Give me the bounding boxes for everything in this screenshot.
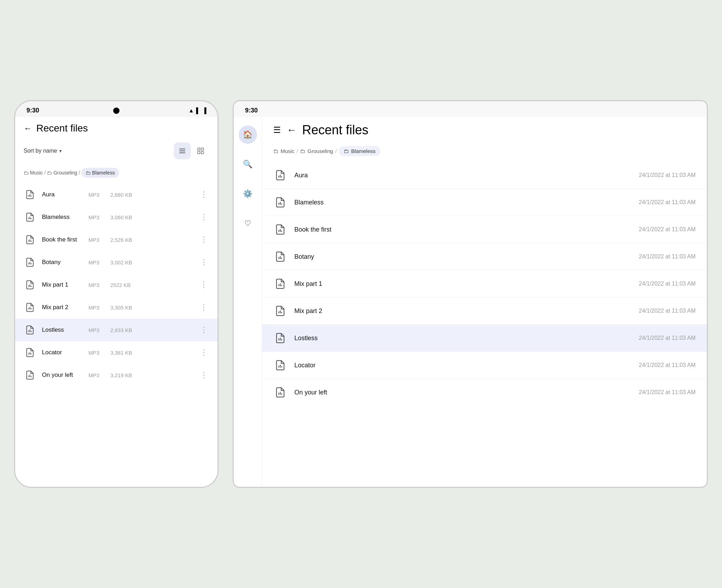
file-name: On your left bbox=[42, 372, 84, 379]
folder-icon: 🗀 bbox=[24, 170, 29, 176]
sidebar-item-settings[interactable]: ⚙️ bbox=[239, 185, 257, 203]
tablet-file-date: 24/1/2022 at 11:03 AM bbox=[639, 308, 696, 314]
tablet-file-item[interactable]: Mix part 2 24/1/2022 at 11:03 AM bbox=[262, 298, 707, 324]
tablet-time: 9:30 bbox=[245, 107, 258, 114]
file-more-button[interactable]: ⋮ bbox=[198, 347, 209, 359]
file-more-button[interactable]: ⋮ bbox=[198, 234, 209, 246]
tablet-file-icon bbox=[273, 331, 287, 345]
tablet-file-icon bbox=[273, 277, 287, 291]
tablet-file-item[interactable]: On your left 24/1/2022 at 11:03 AM bbox=[262, 379, 707, 406]
tablet-file-date: 24/1/2022 at 11:03 AM bbox=[639, 389, 696, 396]
sort-button[interactable]: Sort by name ▾ bbox=[24, 148, 62, 154]
breadcrumb-music[interactable]: 🗀 Music bbox=[24, 170, 43, 176]
file-info: Blameless MP3 3,060 KB bbox=[42, 214, 193, 221]
tablet-main: ☰ ← Recent files 🗀 Music / 🗀 Grouseling … bbox=[262, 117, 707, 487]
file-info: Mix part 1 MP3 2522 KB bbox=[42, 281, 193, 288]
tablet-breadcrumb-music[interactable]: 🗀 Music bbox=[273, 148, 294, 154]
grid-view-button[interactable] bbox=[192, 142, 209, 159]
tablet-file-item[interactable]: Botany 24/1/2022 at 11:03 AM bbox=[262, 243, 707, 270]
phone-toolbar: Sort by name ▾ bbox=[15, 140, 218, 165]
tablet-file-icon bbox=[273, 168, 287, 182]
breadcrumb-grouseling[interactable]: 🗀 Grouseling bbox=[47, 170, 77, 176]
tablet-file-date: 24/1/2022 at 11:03 AM bbox=[639, 362, 696, 368]
menu-button[interactable]: ☰ bbox=[273, 125, 281, 135]
tablet-body: 🏠🔍⚙️♡ ☰ ← Recent files 🗀 Music / 🗀 Grous… bbox=[234, 117, 707, 487]
file-more-button[interactable]: ⋮ bbox=[198, 189, 209, 201]
tablet-breadcrumb-grouseling[interactable]: 🗀 Grouseling bbox=[300, 148, 333, 154]
phone-file-item[interactable]: Mix part 2 MP3 3,305 KB ⋮ bbox=[15, 296, 218, 319]
tablet-breadcrumb-sep-2: / bbox=[335, 148, 337, 154]
breadcrumb-blameless-label: Blameless bbox=[92, 170, 115, 176]
file-more-button[interactable]: ⋮ bbox=[198, 211, 209, 223]
file-size: 3,381 KB bbox=[110, 350, 132, 356]
tablet-file-icon bbox=[273, 195, 287, 209]
phone-file-list: Aura MP3 2,680 KB ⋮ Blameless MP3 3,060 … bbox=[15, 183, 218, 386]
tablet-breadcrumb-blameless-label: Blameless bbox=[351, 148, 375, 154]
file-more-button[interactable]: ⋮ bbox=[198, 301, 209, 313]
tablet-file-date: 24/1/2022 at 11:03 AM bbox=[639, 172, 696, 178]
file-icon bbox=[24, 324, 36, 336]
list-view-button[interactable] bbox=[174, 142, 191, 159]
file-info: Book the first MP3 2,526 KB bbox=[42, 236, 193, 243]
phone-file-item[interactable]: Blameless MP3 3,060 KB ⋮ bbox=[15, 206, 218, 228]
phone-file-item[interactable]: On your left MP3 3,219 KB ⋮ bbox=[15, 364, 218, 386]
tablet-file-date: 24/1/2022 at 11:03 AM bbox=[639, 199, 696, 206]
tablet-file-item[interactable]: Lostless 24/1/2022 at 11:03 AM bbox=[262, 325, 707, 351]
phone-file-item[interactable]: Mix part 1 MP3 2522 KB ⋮ bbox=[15, 274, 218, 296]
tablet-header: ☰ ← Recent files bbox=[262, 117, 707, 143]
file-size: 2,680 KB bbox=[110, 192, 132, 198]
tablet-file-icon bbox=[273, 304, 287, 318]
sidebar-item-favorites[interactable]: ♡ bbox=[239, 214, 257, 233]
svg-rect-3 bbox=[198, 148, 200, 150]
tablet-breadcrumb-blameless[interactable]: 🗀 Blameless bbox=[339, 146, 380, 156]
back-button[interactable]: ← bbox=[24, 123, 32, 133]
tablet-folder-icon-3: 🗀 bbox=[344, 148, 349, 154]
tablet-file-item[interactable]: Mix part 1 24/1/2022 at 11:03 AM bbox=[262, 270, 707, 297]
tablet-back-button[interactable]: ← bbox=[287, 124, 296, 136]
tablet-file-icon bbox=[273, 385, 287, 399]
status-icons: ▲ ▌ ▐ bbox=[188, 108, 206, 114]
phone-file-item[interactable]: Locator MP3 3,381 KB ⋮ bbox=[15, 341, 218, 364]
file-name: Aura bbox=[42, 191, 84, 198]
tablet-file-item[interactable]: Blameless 24/1/2022 at 11:03 AM bbox=[262, 189, 707, 216]
view-toggle bbox=[174, 142, 209, 159]
phone-header: ← Recent files bbox=[15, 117, 218, 140]
tablet-file-date: 24/1/2022 at 11:03 AM bbox=[639, 226, 696, 233]
tablet-file-name: Mix part 2 bbox=[294, 307, 632, 315]
file-more-button[interactable]: ⋮ bbox=[198, 324, 209, 336]
svg-rect-6 bbox=[201, 152, 203, 154]
file-icon bbox=[24, 188, 36, 201]
file-size: 2,833 KB bbox=[110, 327, 132, 333]
file-type: MP3 bbox=[88, 282, 106, 288]
tablet-file-icon bbox=[273, 250, 287, 264]
phone-frame: 9:30 ▲ ▌ ▐ ← Recent files Sort by name ▾ bbox=[14, 100, 219, 488]
tablet-breadcrumb-grouseling-label: Grouseling bbox=[307, 148, 333, 154]
phone-file-item[interactable]: Book the first MP3 2,526 KB ⋮ bbox=[15, 228, 218, 251]
tablet-sidebar: 🏠🔍⚙️♡ bbox=[234, 117, 262, 487]
phone-breadcrumb: 🗀 Music / 🗀 Grouseling / 🗀 Blameless bbox=[15, 165, 218, 183]
breadcrumb-blameless[interactable]: 🗀 Blameless bbox=[81, 168, 119, 178]
battery-icon: ▐ bbox=[202, 108, 206, 114]
phone-file-item[interactable]: Lostless MP3 2,833 KB ⋮ bbox=[15, 319, 218, 341]
file-type: MP3 bbox=[88, 372, 106, 378]
file-name: Locator bbox=[42, 349, 84, 356]
wifi-icon: ▲ bbox=[188, 108, 194, 114]
tablet-file-icon bbox=[273, 222, 287, 237]
sidebar-item-home[interactable]: 🏠 bbox=[239, 125, 257, 144]
file-more-button[interactable]: ⋮ bbox=[198, 369, 209, 381]
tablet-file-date: 24/1/2022 at 11:03 AM bbox=[639, 281, 696, 287]
phone-app-content: ← Recent files Sort by name ▾ bbox=[15, 117, 218, 487]
file-icon bbox=[24, 278, 36, 291]
tablet-file-name: Lostless bbox=[294, 335, 632, 342]
tablet-file-item[interactable]: Aura 24/1/2022 at 11:03 AM bbox=[262, 162, 707, 189]
file-icon bbox=[24, 369, 36, 381]
phone-file-item[interactable]: Aura MP3 2,680 KB ⋮ bbox=[15, 183, 218, 206]
phone-file-item[interactable]: Botany MP3 3,002 KB ⋮ bbox=[15, 251, 218, 274]
tablet-file-name: Botany bbox=[294, 253, 632, 261]
sidebar-item-search[interactable]: 🔍 bbox=[239, 155, 257, 173]
tablet-file-item[interactable]: Locator 24/1/2022 at 11:03 AM bbox=[262, 352, 707, 379]
file-more-button[interactable]: ⋮ bbox=[198, 279, 209, 291]
tablet-file-item[interactable]: Book the first 24/1/2022 at 11:03 AM bbox=[262, 216, 707, 243]
file-type: MP3 bbox=[88, 350, 106, 356]
file-more-button[interactable]: ⋮ bbox=[198, 256, 209, 268]
